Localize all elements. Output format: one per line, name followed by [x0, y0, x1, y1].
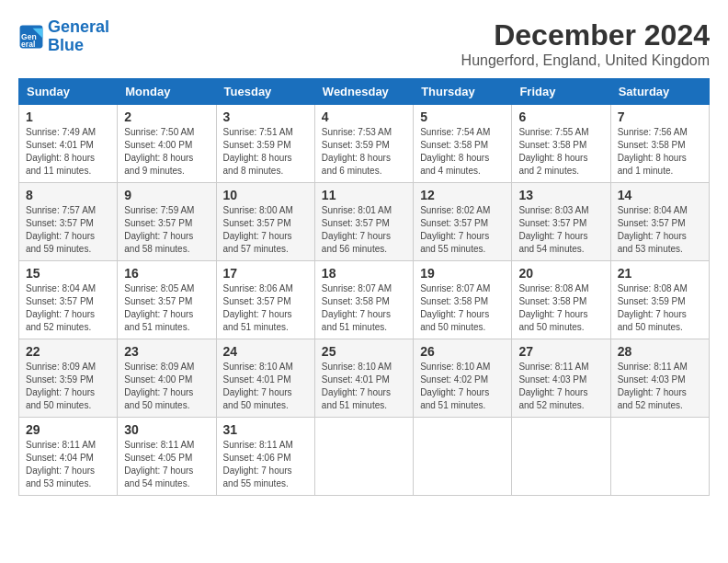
day-number: 6 — [518, 109, 603, 124]
day-number: 28 — [618, 344, 702, 359]
day-number: 26 — [420, 344, 505, 359]
header-day-tuesday: Tuesday — [216, 79, 314, 105]
calendar-cell: 17Sunrise: 8:06 AMSunset: 3:57 PMDayligh… — [216, 261, 314, 339]
day-detail: Sunrise: 7:53 AMSunset: 3:59 PMDaylight:… — [322, 126, 406, 178]
day-number: 3 — [223, 109, 308, 124]
calendar-cell: 25Sunrise: 8:10 AMSunset: 4:01 PMDayligh… — [314, 339, 413, 418]
day-number: 24 — [223, 344, 308, 359]
day-detail: Sunrise: 8:08 AMSunset: 3:59 PMDaylight:… — [618, 282, 702, 334]
calendar-cell: 3Sunrise: 7:51 AMSunset: 3:59 PMDaylight… — [216, 105, 314, 183]
calendar-cell: 13Sunrise: 8:03 AMSunset: 3:57 PMDayligh… — [512, 183, 610, 261]
header-day-thursday: Thursday — [414, 79, 512, 105]
logo-line1: General — [48, 17, 109, 36]
header-day-sunday: Sunday — [19, 79, 118, 105]
day-detail: Sunrise: 7:51 AMSunset: 3:59 PMDaylight:… — [223, 126, 308, 178]
day-number: 7 — [618, 109, 702, 124]
day-number: 9 — [124, 188, 209, 202]
day-number: 22 — [26, 344, 110, 359]
calendar-cell — [512, 418, 610, 496]
calendar-cell: 18Sunrise: 8:07 AMSunset: 3:58 PMDayligh… — [314, 261, 413, 339]
day-detail: Sunrise: 8:11 AMSunset: 4:03 PMDaylight:… — [518, 361, 603, 412]
calendar-cell: 22Sunrise: 8:09 AMSunset: 3:59 PMDayligh… — [19, 339, 118, 418]
header-day-friday: Friday — [512, 79, 610, 105]
day-detail: Sunrise: 8:03 AMSunset: 3:57 PMDaylight:… — [518, 204, 603, 256]
calendar-body: 1Sunrise: 7:49 AMSunset: 4:01 PMDaylight… — [19, 105, 710, 496]
location-subtitle: Hungerford, England, United Kingdom — [461, 52, 710, 69]
calendar-cell: 14Sunrise: 8:04 AMSunset: 3:57 PMDayligh… — [610, 183, 709, 261]
day-detail: Sunrise: 7:50 AMSunset: 4:00 PMDaylight:… — [124, 126, 209, 178]
day-detail: Sunrise: 7:59 AMSunset: 3:57 PMDaylight:… — [124, 204, 209, 256]
day-number: 21 — [618, 266, 702, 281]
calendar-cell: 31Sunrise: 8:11 AMSunset: 4:06 PMDayligh… — [216, 418, 314, 496]
day-detail: Sunrise: 8:02 AMSunset: 3:57 PMDaylight:… — [420, 204, 505, 256]
calendar-cell: 29Sunrise: 8:11 AMSunset: 4:04 PMDayligh… — [19, 418, 118, 496]
day-number: 14 — [618, 188, 702, 202]
day-detail: Sunrise: 8:05 AMSunset: 3:57 PMDaylight:… — [124, 282, 209, 334]
calendar-cell: 16Sunrise: 8:05 AMSunset: 3:57 PMDayligh… — [118, 261, 216, 339]
day-detail: Sunrise: 8:10 AMSunset: 4:01 PMDaylight:… — [223, 361, 308, 412]
day-number: 16 — [124, 266, 209, 281]
month-title: December 2024 — [461, 18, 710, 52]
calendar-cell: 7Sunrise: 7:56 AMSunset: 3:58 PMDaylight… — [610, 105, 709, 183]
calendar-week-5: 29Sunrise: 8:11 AMSunset: 4:04 PMDayligh… — [19, 418, 710, 496]
day-number: 17 — [223, 266, 308, 281]
calendar-cell: 19Sunrise: 8:07 AMSunset: 3:58 PMDayligh… — [414, 261, 512, 339]
calendar-cell: 20Sunrise: 8:08 AMSunset: 3:58 PMDayligh… — [512, 261, 610, 339]
logo-line2: Blue — [48, 36, 84, 54]
day-detail: Sunrise: 7:55 AMSunset: 3:58 PMDaylight:… — [518, 126, 603, 178]
calendar-cell: 12Sunrise: 8:02 AMSunset: 3:57 PMDayligh… — [414, 183, 512, 261]
calendar-cell: 15Sunrise: 8:04 AMSunset: 3:57 PMDayligh… — [19, 261, 118, 339]
calendar-cell — [414, 418, 512, 496]
header-day-wednesday: Wednesday — [314, 79, 413, 105]
day-detail: Sunrise: 8:11 AMSunset: 4:04 PMDaylight:… — [26, 439, 110, 490]
calendar-cell: 10Sunrise: 8:00 AMSunset: 3:57 PMDayligh… — [216, 183, 314, 261]
day-number: 20 — [518, 266, 603, 281]
day-number: 12 — [420, 188, 505, 202]
day-detail: Sunrise: 8:00 AMSunset: 3:57 PMDaylight:… — [223, 204, 308, 256]
svg-text:eral: eral — [21, 40, 35, 49]
day-detail: Sunrise: 8:04 AMSunset: 3:57 PMDaylight:… — [618, 204, 702, 256]
day-detail: Sunrise: 8:10 AMSunset: 4:01 PMDaylight:… — [322, 361, 406, 412]
day-number: 11 — [322, 188, 406, 202]
header-day-saturday: Saturday — [610, 79, 709, 105]
day-number: 8 — [26, 188, 110, 202]
day-detail: Sunrise: 8:11 AMSunset: 4:03 PMDaylight:… — [618, 361, 702, 412]
day-number: 15 — [26, 266, 110, 281]
day-detail: Sunrise: 8:10 AMSunset: 4:02 PMDaylight:… — [420, 361, 505, 412]
day-number: 4 — [322, 109, 406, 124]
day-number: 5 — [420, 109, 505, 124]
day-detail: Sunrise: 7:49 AMSunset: 4:01 PMDaylight:… — [26, 126, 110, 178]
calendar-cell: 30Sunrise: 8:11 AMSunset: 4:05 PMDayligh… — [118, 418, 216, 496]
day-detail: Sunrise: 8:07 AMSunset: 3:58 PMDaylight:… — [322, 282, 406, 334]
calendar-week-2: 8Sunrise: 7:57 AMSunset: 3:57 PMDaylight… — [19, 183, 710, 261]
calendar-cell: 27Sunrise: 8:11 AMSunset: 4:03 PMDayligh… — [512, 339, 610, 418]
calendar-cell: 9Sunrise: 7:59 AMSunset: 3:57 PMDaylight… — [118, 183, 216, 261]
day-number: 2 — [124, 109, 209, 124]
calendar-cell: 24Sunrise: 8:10 AMSunset: 4:01 PMDayligh… — [216, 339, 314, 418]
day-detail: Sunrise: 8:04 AMSunset: 3:57 PMDaylight:… — [26, 282, 110, 334]
day-number: 30 — [124, 422, 209, 437]
day-number: 23 — [124, 344, 209, 359]
calendar-cell: 5Sunrise: 7:54 AMSunset: 3:58 PMDaylight… — [414, 105, 512, 183]
calendar-cell: 1Sunrise: 7:49 AMSunset: 4:01 PMDaylight… — [19, 105, 118, 183]
calendar-cell: 28Sunrise: 8:11 AMSunset: 4:03 PMDayligh… — [610, 339, 709, 418]
calendar-cell — [610, 418, 709, 496]
calendar-week-3: 15Sunrise: 8:04 AMSunset: 3:57 PMDayligh… — [19, 261, 710, 339]
calendar-cell: 23Sunrise: 8:09 AMSunset: 4:00 PMDayligh… — [118, 339, 216, 418]
day-number: 19 — [420, 266, 505, 281]
day-detail: Sunrise: 8:11 AMSunset: 4:05 PMDaylight:… — [124, 439, 209, 490]
day-number: 18 — [322, 266, 406, 281]
logo: Gen eral General Blue — [18, 18, 109, 55]
day-number: 29 — [26, 422, 110, 437]
calendar-week-4: 22Sunrise: 8:09 AMSunset: 3:59 PMDayligh… — [19, 339, 710, 418]
day-number: 31 — [223, 422, 308, 437]
day-detail: Sunrise: 7:56 AMSunset: 3:58 PMDaylight:… — [618, 126, 702, 178]
day-number: 10 — [223, 188, 308, 202]
calendar-header-row: SundayMondayTuesdayWednesdayThursdayFrid… — [19, 79, 710, 105]
logo-icon: Gen eral — [18, 24, 44, 50]
title-block: December 2024 Hungerford, England, Unite… — [461, 18, 710, 69]
calendar-cell: 21Sunrise: 8:08 AMSunset: 3:59 PMDayligh… — [610, 261, 709, 339]
calendar-table: SundayMondayTuesdayWednesdayThursdayFrid… — [18, 78, 710, 496]
logo-text: General Blue — [48, 18, 109, 55]
calendar-cell: 26Sunrise: 8:10 AMSunset: 4:02 PMDayligh… — [414, 339, 512, 418]
